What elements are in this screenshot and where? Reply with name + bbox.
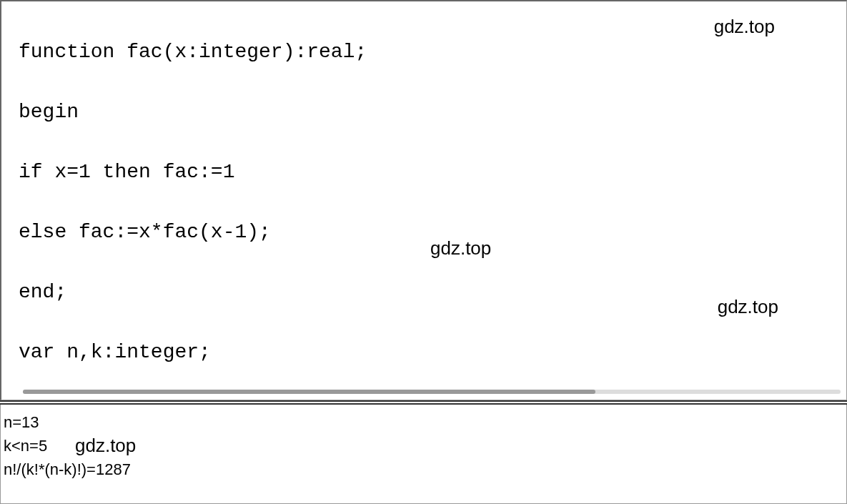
code-line: function fac(x:integer):real; (19, 37, 846, 67)
output-line: n=13 (4, 410, 843, 434)
horizontal-scrollbar[interactable] (23, 390, 841, 394)
code-line: end; (19, 277, 846, 307)
scrollbar-thumb[interactable] (23, 390, 595, 394)
code-line: else fac:=x*fac(x-1); (19, 217, 846, 247)
code-line: if x=1 then fac:=1 (19, 157, 846, 187)
output-line: n!/(k!*(n-k)!)=1287 (4, 458, 843, 481)
code-line: begin (19, 97, 846, 127)
output-pane: n=13 k<n=5 n!/(k!*(n-k)!)=1287 (0, 405, 847, 504)
code-line: begin (19, 397, 846, 400)
code-block[interactable]: function fac(x:integer):real; begin if x… (4, 4, 846, 400)
code-editor-pane[interactable]: function fac(x:integer):real; begin if x… (0, 0, 847, 400)
output-line: k<n=5 (4, 434, 843, 458)
code-line: var n,k:integer; (19, 337, 846, 367)
